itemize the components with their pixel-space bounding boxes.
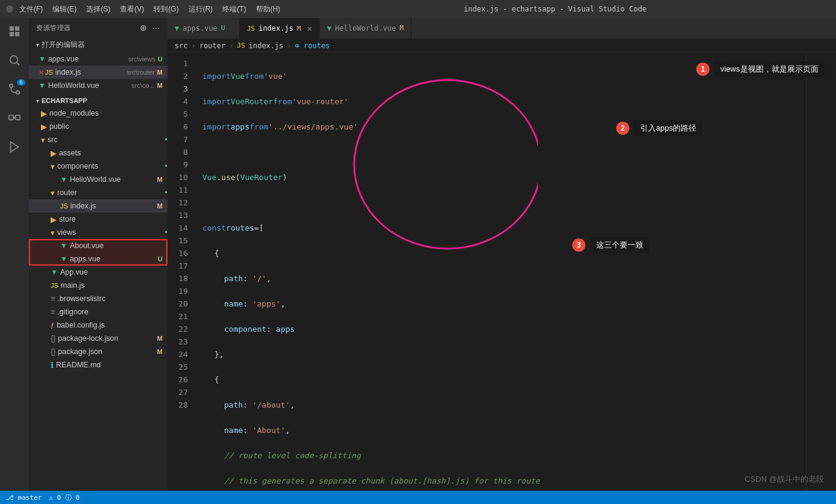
file-about-name: About.vue	[70, 241, 167, 250]
svg-rect-9	[16, 115, 20, 119]
code-editor[interactable]: 1 2 3 4 5 6 7 8 9 10 11 12 13 14 15 16 1…	[167, 52, 836, 491]
open-editors-section[interactable]: ▾ 打开的编辑器	[29, 37, 167, 52]
code-line-1: import Vue from 'vue'	[202, 70, 806, 82]
ln-20: 20	[167, 297, 188, 310]
code-line-7: const routes = [	[202, 222, 806, 234]
folder-components[interactable]: ▾ components •	[29, 160, 167, 173]
menu-edit[interactable]: 编辑(E)	[52, 4, 76, 14]
menu-file[interactable]: 文件(F)	[19, 4, 43, 14]
tab-helloworld[interactable]: ▼ HelloWorld.vue M	[320, 18, 411, 39]
code-content[interactable]: import Vue from 'vue' import VueRouter f…	[198, 52, 806, 491]
file-tree[interactable]: ▾ 打开的编辑器 ▼ apps.vue src\views U ✕ JS ind…	[29, 37, 167, 491]
activity-debug[interactable]	[6, 138, 23, 155]
chevron-right-assets-icon: ▶	[51, 149, 57, 158]
badge-m-pkg: M	[157, 348, 163, 355]
file-pkg-name: package.json	[58, 347, 157, 356]
tab-index-js[interactable]: JS index.js M ✕	[240, 18, 320, 39]
ln-7: 7	[167, 133, 188, 146]
badge-m-hw: M	[157, 176, 163, 183]
tab-apps-vue[interactable]: ▼ apps.vue U	[167, 18, 240, 39]
file-helloworld-vue[interactable]: ▼ HelloWorld.vue M	[29, 173, 167, 186]
menu-view[interactable]: 查看(V)	[120, 4, 144, 14]
chevron-right-icon: ▶	[41, 109, 47, 118]
file-gitignore[interactable]: ≡ .gitignore	[29, 305, 167, 319]
activity-explorer[interactable]	[6, 23, 23, 40]
watermark: CSDN @战斗中的老段	[744, 474, 824, 485]
svg-rect-0	[10, 26, 14, 31]
file-about-vue[interactable]: ▼ About.vue	[29, 239, 167, 252]
project-section[interactable]: ▾ ECHARTSAPP	[29, 95, 167, 107]
folder-views[interactable]: ▾ views •	[29, 226, 167, 239]
chevron-right-store-icon: ▶	[51, 215, 57, 224]
file-main-js[interactable]: JS main.js	[29, 279, 167, 292]
sep3: ›	[287, 42, 292, 50]
folder-src[interactable]: ▾ src •	[29, 133, 167, 146]
menu-help[interactable]: 帮助(H)	[256, 4, 281, 14]
file-package-lock[interactable]: {} package-lock.json M	[29, 332, 167, 345]
chevron-down-router-icon: ▾	[51, 188, 55, 198]
file-pkg-lock-name: package-lock.json	[58, 334, 157, 343]
sidebar-header-icons[interactable]: ⊕ ···	[140, 23, 160, 33]
menu-select[interactable]: 选择(S)	[86, 4, 110, 14]
file-browserslistrc[interactable]: ≡ .browserslistrc	[29, 292, 167, 305]
file-readme[interactable]: ℹ README.md	[29, 358, 167, 372]
sidebar-title: 资源管理器	[36, 23, 71, 33]
ln-28: 28	[167, 399, 188, 411]
file-apps-vue[interactable]: ▼ apps.vue U	[29, 252, 167, 266]
ln-25: 25	[167, 361, 188, 373]
file-index-js[interactable]: JS index.js M	[29, 199, 167, 213]
code-line-5: Vue.use(VueRouter)	[202, 171, 806, 184]
tab-close-icon[interactable]: ✕	[307, 23, 312, 33]
titlebar-menu[interactable]: 文件(F) 编辑(E) 选择(S) 查看(V) 转到(G) 运行(R) 终端(T…	[19, 4, 280, 14]
badge-m-index: M	[157, 202, 163, 210]
file-babel[interactable]: ƒ babel.config.js	[29, 319, 167, 332]
folder-src-name: src	[48, 135, 163, 144]
code-line-11: component: apps	[202, 323, 806, 335]
vue-icon-file: ▼	[60, 175, 67, 184]
code-line-16: // route level code-splitting	[202, 449, 806, 462]
chevron-right-public-icon: ▶	[41, 122, 47, 131]
breadcrumb-router[interactable]: router	[199, 42, 225, 50]
svg-point-6	[10, 84, 13, 88]
menu-run[interactable]: 运行(R)	[189, 4, 213, 14]
file-gitignore-name: .gitignore	[57, 308, 167, 316]
svg-rect-2	[10, 32, 14, 36]
ln-6: 6	[167, 120, 188, 133]
breadcrumb-src[interactable]: src	[175, 42, 188, 50]
open-editor-helloworld-vue[interactable]: ▼ HelloWorld.vue src\co... M	[29, 79, 167, 92]
tab-hello-badge: M	[400, 24, 404, 32]
file-package[interactable]: {} package.json M	[29, 345, 167, 358]
open-editor-apps-vue[interactable]: ▼ apps.vue src\views U	[29, 52, 167, 66]
ln-15: 15	[167, 234, 188, 247]
activity-search[interactable]	[6, 52, 23, 69]
tab-apps-badge: U	[221, 24, 225, 32]
folder-assets[interactable]: ▶ assets	[29, 146, 167, 160]
folder-store[interactable]: ▶ store	[29, 213, 167, 226]
menu-goto[interactable]: 转到(G)	[154, 4, 178, 14]
open-editor-index-js[interactable]: ✕ JS index.js src\router M	[29, 66, 167, 79]
svg-line-5	[17, 63, 19, 65]
file-app-vue[interactable]: ▼ App.vue	[29, 266, 167, 279]
file-icon-git: ≡	[51, 308, 55, 316]
file-helloworld-name: HelloWorld.vue	[70, 175, 157, 184]
file-icon-babel: ƒ	[51, 322, 54, 329]
ln-11: 11	[167, 184, 188, 196]
more-icon[interactable]: ···	[152, 23, 160, 33]
breadcrumb-routes[interactable]: ⊕ routes	[295, 42, 330, 50]
breadcrumb-index[interactable]: index.js	[249, 42, 284, 50]
folder-public[interactable]: ▶ public	[29, 120, 167, 133]
menu-terminal[interactable]: 终端(T)	[222, 4, 246, 14]
code-line-17: // this generates a separate chunk (abou…	[202, 474, 806, 487]
ln-14: 14	[167, 222, 188, 234]
ln-22: 22	[167, 323, 188, 335]
activity-extensions[interactable]	[6, 110, 23, 126]
ln-16: 16	[167, 247, 188, 260]
activity-source-control[interactable]: 6	[6, 81, 23, 98]
sep1: ›	[192, 42, 196, 50]
folder-router[interactable]: ▾ router •	[29, 186, 167, 199]
folder-node-modules[interactable]: ▶ node_modules	[29, 107, 167, 120]
js-icon-main: JS	[51, 282, 58, 289]
close-icon[interactable]: ✕	[39, 69, 44, 76]
ln-26: 26	[167, 373, 188, 386]
new-file-icon[interactable]: ⊕	[140, 23, 148, 33]
